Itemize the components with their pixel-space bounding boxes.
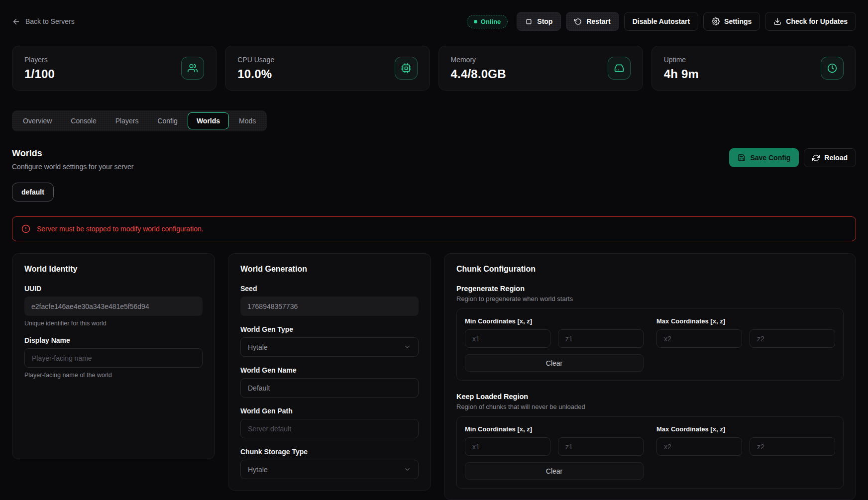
pregen-x1-field[interactable] <box>465 329 550 348</box>
cpu-stat-card: CPU Usage 10.0% <box>225 46 430 91</box>
uuid-field[interactable] <box>24 297 203 316</box>
world-identity-panel: World Identity UUID Unique identifier fo… <box>12 253 215 459</box>
region-subtitle: Region of chunks that will never be unlo… <box>456 403 844 410</box>
world-gen-name-label: World Gen Name <box>240 366 419 374</box>
world-gen-type-select[interactable]: Hytale <box>240 337 419 357</box>
users-icon <box>181 57 204 80</box>
world-list: default <box>12 183 856 201</box>
chunk-configuration-panel: Chunk Configuration Pregenerate Region R… <box>444 253 856 500</box>
section-actions: Save Config Reload <box>729 148 856 167</box>
alert-circle-icon <box>21 224 30 233</box>
pregen-z1-field[interactable] <box>558 329 644 348</box>
tab-players[interactable]: Players <box>107 112 148 129</box>
arrow-left-icon <box>12 17 20 26</box>
world-gen-path-label: World Gen Path <box>240 407 419 415</box>
display-name-helper: Player-facing name of the world <box>24 372 203 379</box>
server-tabs: Overview Console Players Config Worlds M… <box>12 110 267 131</box>
status-label: Online <box>481 18 501 25</box>
gear-icon <box>712 17 720 25</box>
memory-stat-card: Memory 4.4/8.0GB <box>438 46 643 91</box>
chevron-down-icon <box>404 343 411 351</box>
world-generation-panel: World Generation Seed World Gen Type Hyt… <box>228 253 431 491</box>
keeploaded-x1-field[interactable] <box>465 437 550 456</box>
page-subtitle: Configure world settings for your server <box>12 163 133 171</box>
server-worlds-page: Back to Servers Online Stop Restart Di <box>0 0 868 500</box>
stat-label: Uptime <box>664 56 699 64</box>
chunk-storage-type-select[interactable]: Hytale <box>240 460 419 479</box>
stat-value: 1/100 <box>24 67 55 81</box>
world-gen-path-field[interactable] <box>240 419 419 438</box>
max-coordinates-label: Max Coordinates [x, z] <box>656 317 835 325</box>
server-running-warning: Server must be stopped to modify world c… <box>12 216 856 241</box>
uuid-label: UUID <box>24 285 203 293</box>
cpu-icon <box>395 57 418 80</box>
topbar-actions: Online Stop Restart Disable Autostart <box>467 12 856 31</box>
panel-title: World Generation <box>240 265 419 274</box>
reload-button[interactable]: Reload <box>804 148 856 167</box>
stat-label: Players <box>24 56 55 64</box>
hard-drive-icon <box>608 57 631 80</box>
tab-mods[interactable]: Mods <box>230 112 265 129</box>
warning-text: Server must be stopped to modify world c… <box>37 225 204 233</box>
world-chip-default[interactable]: default <box>12 183 54 201</box>
keeploaded-z2-field[interactable] <box>750 437 835 456</box>
tab-console[interactable]: Console <box>62 112 105 129</box>
world-gen-type-label: World Gen Type <box>240 325 419 333</box>
disable-autostart-button[interactable]: Disable Autostart <box>624 12 698 31</box>
tab-config[interactable]: Config <box>148 112 186 129</box>
chunk-storage-type-label: Chunk Storage Type <box>240 448 419 456</box>
panel-title: Chunk Configuration <box>456 265 844 274</box>
min-coordinates-label: Min Coordinates [x, z] <box>465 317 644 325</box>
restart-button[interactable]: Restart <box>566 12 619 31</box>
players-stat-card: Players 1/100 <box>12 46 217 91</box>
world-gen-name-field[interactable] <box>240 378 419 398</box>
stat-label: Memory <box>451 56 506 64</box>
seed-field[interactable] <box>240 297 419 316</box>
settings-button[interactable]: Settings <box>703 12 760 31</box>
stat-label: CPU Usage <box>237 56 274 64</box>
panel-title: World Identity <box>24 265 203 274</box>
save-icon <box>738 154 746 162</box>
seed-label: Seed <box>240 285 419 293</box>
stats-row: Players 1/100 CPU Usage 10.0% Memory 4.4… <box>12 46 856 91</box>
stat-value: 4h 9m <box>664 67 699 81</box>
stat-value: 4.4/8.0GB <box>451 67 506 81</box>
pregen-clear-button[interactable]: Clear <box>465 354 644 372</box>
stop-button[interactable]: Stop <box>517 12 561 31</box>
status-dot-icon <box>474 20 477 23</box>
pregen-z2-field[interactable] <box>750 329 835 348</box>
display-name-label: Display Name <box>24 336 203 344</box>
region-subtitle: Region to pregenerate when world starts <box>456 295 844 302</box>
tab-overview[interactable]: Overview <box>14 112 61 129</box>
region-title: Pregenerate Region <box>456 285 844 293</box>
back-label: Back to Servers <box>25 17 75 25</box>
uuid-helper: Unique identifier for this world <box>24 320 203 327</box>
max-coordinates-label: Max Coordinates [x, z] <box>656 425 835 433</box>
topbar: Back to Servers Online Stop Restart Di <box>12 12 856 31</box>
stat-value: 10.0% <box>237 67 274 81</box>
page-title: Worlds <box>12 148 133 159</box>
back-to-servers-link[interactable]: Back to Servers <box>12 17 75 26</box>
tab-worlds[interactable]: Worlds <box>188 112 229 129</box>
keep-loaded-region-block: Keep Loaded Region Region of chunks that… <box>456 393 844 489</box>
restart-icon <box>574 18 582 25</box>
world-config-panels: World Identity UUID Unique identifier fo… <box>12 253 856 500</box>
pregenerate-region-block: Pregenerate Region Region to pregenerate… <box>456 285 844 381</box>
uptime-stat-card: Uptime 4h 9m <box>651 46 856 91</box>
pregen-x2-field[interactable] <box>656 329 742 348</box>
stop-square-icon <box>525 18 533 25</box>
min-coordinates-label: Min Coordinates [x, z] <box>465 425 644 433</box>
download-icon <box>773 17 781 25</box>
clock-icon <box>821 57 844 80</box>
save-config-button[interactable]: Save Config <box>729 148 799 167</box>
refresh-icon <box>812 154 820 162</box>
worlds-section-header: Worlds Configure world settings for your… <box>12 148 856 171</box>
keeploaded-clear-button[interactable]: Clear <box>465 462 644 480</box>
keeploaded-z1-field[interactable] <box>558 437 644 456</box>
check-for-updates-button[interactable]: Check for Updates <box>765 12 856 31</box>
chevron-down-icon <box>404 466 411 473</box>
keeploaded-x2-field[interactable] <box>656 437 742 456</box>
display-name-field[interactable] <box>24 348 203 368</box>
region-title: Keep Loaded Region <box>456 393 844 400</box>
status-badge: Online <box>467 15 508 28</box>
